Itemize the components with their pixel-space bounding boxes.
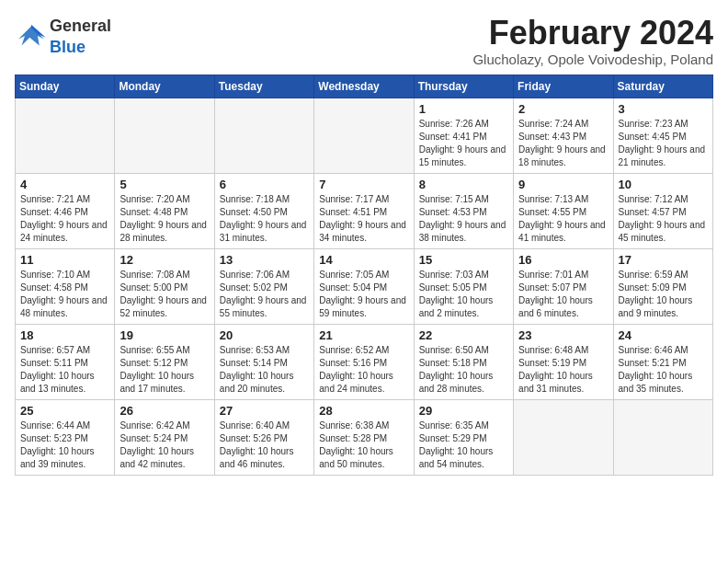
week-row-5: 25 Sunrise: 6:44 AMSunset: 5:23 PMDaylig… xyxy=(16,399,713,475)
day-cell: 17 Sunrise: 6:59 AMSunset: 5:09 PMDaylig… xyxy=(613,248,712,324)
day-info: Sunrise: 6:52 AMSunset: 5:16 PMDaylight:… xyxy=(319,345,393,394)
week-row-1: 1 Sunrise: 7:26 AMSunset: 4:41 PMDayligh… xyxy=(16,98,713,173)
svg-marker-0 xyxy=(18,27,44,46)
logo-icon xyxy=(15,23,48,49)
day-info: Sunrise: 7:20 AMSunset: 4:48 PMDaylight:… xyxy=(119,194,207,243)
header-cell-friday: Friday xyxy=(514,75,613,98)
day-cell: 29 Sunrise: 6:35 AMSunset: 5:29 PMDaylig… xyxy=(414,399,513,475)
day-info: Sunrise: 6:38 AMSunset: 5:28 PMDaylight:… xyxy=(319,420,393,469)
day-number: 10 xyxy=(619,178,708,191)
day-cell xyxy=(16,98,115,173)
day-number: 18 xyxy=(20,328,109,342)
day-info: Sunrise: 7:12 AMSunset: 4:57 PMDaylight:… xyxy=(619,194,706,243)
day-number: 29 xyxy=(419,404,508,418)
day-info: Sunrise: 7:24 AMSunset: 4:43 PMDaylight:… xyxy=(518,119,606,167)
day-cell: 2 Sunrise: 7:24 AMSunset: 4:43 PMDayligh… xyxy=(514,98,613,173)
day-number: 4 xyxy=(20,178,109,191)
day-number: 13 xyxy=(220,253,309,267)
day-cell: 8 Sunrise: 7:15 AMSunset: 4:53 PMDayligh… xyxy=(414,173,513,248)
day-cell: 25 Sunrise: 6:44 AMSunset: 5:23 PMDaylig… xyxy=(16,399,115,475)
day-cell: 4 Sunrise: 7:21 AMSunset: 4:46 PMDayligh… xyxy=(16,173,115,248)
day-info: Sunrise: 7:21 AMSunset: 4:46 PMDaylight:… xyxy=(20,194,108,243)
day-cell: 26 Sunrise: 6:42 AMSunset: 5:24 PMDaylig… xyxy=(115,399,214,475)
day-number: 17 xyxy=(619,253,708,267)
day-cell: 20 Sunrise: 6:53 AMSunset: 5:14 PMDaylig… xyxy=(214,324,313,399)
calendar-body: 1 Sunrise: 7:26 AMSunset: 4:41 PMDayligh… xyxy=(16,98,713,475)
day-cell: 24 Sunrise: 6:46 AMSunset: 5:21 PMDaylig… xyxy=(613,324,712,399)
day-cell: 27 Sunrise: 6:40 AMSunset: 5:26 PMDaylig… xyxy=(214,399,313,475)
day-number: 14 xyxy=(319,253,408,267)
day-number: 12 xyxy=(119,253,209,267)
header-cell-sunday: Sunday xyxy=(16,75,115,98)
week-row-2: 4 Sunrise: 7:21 AMSunset: 4:46 PMDayligh… xyxy=(16,173,713,248)
week-row-4: 18 Sunrise: 6:57 AMSunset: 5:11 PMDaylig… xyxy=(16,324,713,399)
day-number: 23 xyxy=(518,328,608,342)
day-number: 1 xyxy=(419,102,508,116)
day-number: 28 xyxy=(319,404,408,418)
day-cell: 5 Sunrise: 7:20 AMSunset: 4:48 PMDayligh… xyxy=(115,173,214,248)
day-cell: 3 Sunrise: 7:23 AMSunset: 4:45 PMDayligh… xyxy=(613,98,712,173)
day-info: Sunrise: 6:59 AMSunset: 5:09 PMDaylight:… xyxy=(619,270,693,318)
day-info: Sunrise: 6:40 AMSunset: 5:26 PMDaylight:… xyxy=(220,420,294,469)
day-info: Sunrise: 6:42 AMSunset: 5:24 PMDaylight:… xyxy=(119,420,194,469)
day-number: 24 xyxy=(619,328,708,342)
day-number: 21 xyxy=(319,328,408,342)
day-number: 15 xyxy=(419,253,508,267)
day-cell: 15 Sunrise: 7:03 AMSunset: 5:05 PMDaylig… xyxy=(414,248,513,324)
day-cell: 11 Sunrise: 7:10 AMSunset: 4:58 PMDaylig… xyxy=(16,248,115,324)
day-info: Sunrise: 6:46 AMSunset: 5:21 PMDaylight:… xyxy=(619,345,693,394)
calendar-header: SundayMondayTuesdayWednesdayThursdayFrid… xyxy=(16,75,713,98)
day-cell: 21 Sunrise: 6:52 AMSunset: 5:16 PMDaylig… xyxy=(314,324,414,399)
day-info: Sunrise: 7:08 AMSunset: 5:00 PMDaylight:… xyxy=(119,270,207,318)
day-cell: 19 Sunrise: 6:55 AMSunset: 5:12 PMDaylig… xyxy=(115,324,214,399)
day-number: 25 xyxy=(20,404,109,418)
month-title: February 2024 xyxy=(472,15,713,52)
day-cell xyxy=(214,98,313,173)
header-cell-saturday: Saturday xyxy=(613,75,712,98)
day-number: 8 xyxy=(419,178,508,191)
day-number: 5 xyxy=(119,178,209,191)
location-title: Glucholazy, Opole Voivodeship, Poland xyxy=(472,52,713,67)
day-cell: 7 Sunrise: 7:17 AMSunset: 4:51 PMDayligh… xyxy=(314,173,414,248)
day-cell: 28 Sunrise: 6:38 AMSunset: 5:28 PMDaylig… xyxy=(314,399,414,475)
day-number: 26 xyxy=(119,404,209,418)
day-cell: 16 Sunrise: 7:01 AMSunset: 5:07 PMDaylig… xyxy=(514,248,613,324)
day-info: Sunrise: 7:05 AMSunset: 5:04 PMDaylight:… xyxy=(319,270,406,318)
day-info: Sunrise: 6:53 AMSunset: 5:14 PMDaylight:… xyxy=(220,345,294,394)
day-info: Sunrise: 7:26 AMSunset: 4:41 PMDaylight:… xyxy=(419,119,506,167)
day-info: Sunrise: 7:06 AMSunset: 5:02 PMDaylight:… xyxy=(220,270,307,318)
day-cell: 22 Sunrise: 6:50 AMSunset: 5:18 PMDaylig… xyxy=(414,324,513,399)
day-info: Sunrise: 7:10 AMSunset: 4:58 PMDaylight:… xyxy=(20,270,108,318)
day-number: 16 xyxy=(518,253,608,267)
day-number: 2 xyxy=(518,102,608,116)
day-info: Sunrise: 6:50 AMSunset: 5:18 PMDaylight:… xyxy=(419,345,494,394)
logo: General Blue xyxy=(15,15,111,57)
day-info: Sunrise: 7:03 AMSunset: 5:05 PMDaylight:… xyxy=(419,270,494,318)
day-info: Sunrise: 6:44 AMSunset: 5:23 PMDaylight:… xyxy=(20,420,95,469)
header-row: SundayMondayTuesdayWednesdayThursdayFrid… xyxy=(16,75,713,98)
day-info: Sunrise: 7:17 AMSunset: 4:51 PMDaylight:… xyxy=(319,194,406,243)
calendar-table: SundayMondayTuesdayWednesdayThursdayFrid… xyxy=(15,75,713,476)
logo-blue: Blue xyxy=(50,38,85,56)
day-info: Sunrise: 7:23 AMSunset: 4:45 PMDaylight:… xyxy=(619,119,706,167)
day-info: Sunrise: 7:01 AMSunset: 5:07 PMDaylight:… xyxy=(518,270,593,318)
header-cell-wednesday: Wednesday xyxy=(314,75,414,98)
day-cell: 23 Sunrise: 6:48 AMSunset: 5:19 PMDaylig… xyxy=(514,324,613,399)
day-cell xyxy=(314,98,414,173)
week-row-3: 11 Sunrise: 7:10 AMSunset: 4:58 PMDaylig… xyxy=(16,248,713,324)
day-cell: 6 Sunrise: 7:18 AMSunset: 4:50 PMDayligh… xyxy=(214,173,313,248)
day-cell: 1 Sunrise: 7:26 AMSunset: 4:41 PMDayligh… xyxy=(414,98,513,173)
day-cell: 14 Sunrise: 7:05 AMSunset: 5:04 PMDaylig… xyxy=(314,248,414,324)
header-cell-thursday: Thursday xyxy=(414,75,513,98)
day-cell: 9 Sunrise: 7:13 AMSunset: 4:55 PMDayligh… xyxy=(514,173,613,248)
day-cell: 12 Sunrise: 7:08 AMSunset: 5:00 PMDaylig… xyxy=(115,248,214,324)
logo-general: General xyxy=(50,17,111,35)
day-number: 3 xyxy=(619,102,708,116)
day-cell xyxy=(514,399,613,475)
day-info: Sunrise: 7:18 AMSunset: 4:50 PMDaylight:… xyxy=(220,194,307,243)
page-header: General Blue February 2024 Glucholazy, O… xyxy=(15,15,713,67)
day-number: 7 xyxy=(319,178,408,191)
day-cell: 10 Sunrise: 7:12 AMSunset: 4:57 PMDaylig… xyxy=(613,173,712,248)
day-number: 19 xyxy=(119,328,209,342)
day-info: Sunrise: 7:13 AMSunset: 4:55 PMDaylight:… xyxy=(518,194,606,243)
